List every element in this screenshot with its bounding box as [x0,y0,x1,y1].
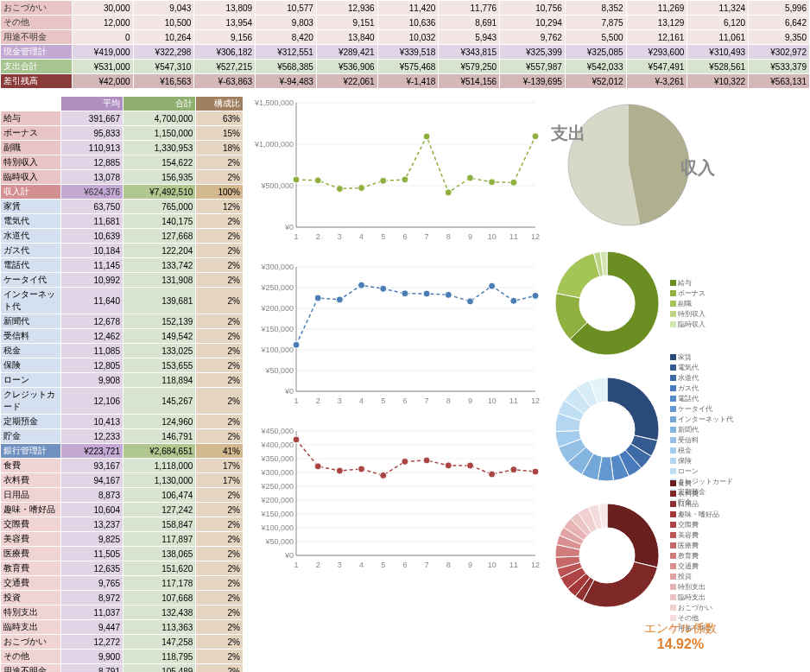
cell-value: 11,776 [439,1,500,16]
cell-value: 151,620 [123,561,195,576]
cell-value: ¥557,987 [500,60,566,74]
svg-point-69 [445,291,452,298]
cell-value: 11,269 [626,1,687,16]
row-label: 税金 [1,344,61,358]
cell-value: 9,765 [61,576,123,591]
cell-value: 8,691 [439,16,500,30]
cell-value: 8,420 [256,30,317,45]
svg-text:¥500,000: ¥500,000 [260,181,294,190]
cell-value: 100% [196,185,244,200]
row-label: 新聞代 [1,314,61,329]
cell-value: 93,167 [61,459,123,473]
cell-value: 12,000 [72,16,133,30]
cell-value: 5,500 [565,30,626,45]
row-label: 支出合計 [1,60,73,74]
cell-value: ¥624,376 [61,185,123,200]
cell-value: 2% [196,650,244,664]
cell-value: 2% [196,314,244,329]
cell-value: 2% [196,344,244,358]
cell-value: 63,750 [61,200,123,214]
svg-point-33 [532,133,539,140]
cell-value: 2% [196,635,244,650]
cell-value: 0 [72,30,133,45]
cell-value: 154,622 [123,155,195,170]
cell-value: 156,935 [123,170,195,185]
legend-item: 投資 [670,572,719,581]
cell-value: 158,847 [123,517,195,532]
cell-value: 2% [196,576,244,591]
legend-item: 日用品 [670,499,719,509]
legend-item: 電気代 [670,363,733,372]
svg-text:¥250,000: ¥250,000 [260,283,294,292]
cell-value: ¥-63,863 [194,74,256,89]
cell-value: 10,992 [61,273,123,288]
svg-text:2: 2 [316,396,320,405]
cell-value: 2% [196,388,244,415]
row-label: クレジットカード [1,388,61,415]
svg-text:1: 1 [294,561,298,569]
legend-item: ケータイ代 [670,404,733,414]
svg-text:1: 1 [294,396,298,405]
cell-value: ¥310,493 [687,45,749,60]
line-chart-2: ¥0¥50,000¥100,000¥150,000¥200,000¥250,00… [249,424,542,571]
cell-value: 12,161 [626,30,687,45]
legend-item: 臨時収入 [670,320,706,329]
svg-text:8: 8 [446,396,451,405]
cell-value: ¥514,156 [439,74,500,89]
svg-text:¥350,000: ¥350,000 [260,454,294,463]
svg-text:9: 9 [468,232,472,241]
svg-text:¥1,500,000: ¥1,500,000 [254,98,294,107]
cell-value: 1,150,000 [123,126,195,141]
cell-value: ¥22,061 [316,74,377,89]
row-label: インターネット代 [1,288,61,314]
cell-value: 118,795 [123,650,195,664]
row-label: 電気代 [1,214,61,229]
engel-coefficient: エンゲル係数 14.92% [551,621,810,652]
cell-value: 9,825 [61,532,123,547]
cell-value: 10,577 [256,1,317,16]
cell-value: 2% [196,429,244,444]
donut-legend: 食費衣料費日用品趣味・嗜好品交際費美容費医療費教育費交通費投資特別支出臨時支出お… [663,478,719,634]
row-label: 特別収入 [1,155,61,170]
row-label: 臨時支出 [1,620,61,635]
row-label: ローン [1,373,61,388]
cell-value: 2% [196,547,244,561]
cell-value: 133,025 [123,344,195,358]
row-label: 美容費 [1,532,61,547]
cell-value: 2% [196,155,244,170]
svg-text:¥100,000: ¥100,000 [260,346,294,354]
engel-value: 14.92% [551,637,810,652]
legend-item: 水道代 [670,373,733,383]
cell-value: ¥536,906 [316,60,377,74]
svg-text:8: 8 [446,561,451,569]
row-label: 副職 [1,141,61,155]
cell-value: 9,151 [316,16,377,30]
svg-point-116 [466,462,473,469]
cell-value: ¥568,385 [256,60,317,74]
cell-value: 13,809 [194,1,256,16]
legend-item: 趣味・嗜好品 [670,510,719,519]
row-label: その他 [1,650,61,664]
svg-text:5: 5 [381,561,385,569]
cell-value: 10,639 [61,229,123,244]
row-label: 医療費 [1,547,61,561]
svg-point-72 [510,297,517,304]
cell-value: 11,085 [61,344,123,358]
cell-value: ¥7,492,510 [123,185,195,200]
row-label: おこづかい [1,635,61,650]
row-label: 交際費 [1,517,61,532]
row-label: 電話代 [1,258,61,273]
row-label: ボーナス [1,126,61,141]
cell-value: 118,894 [123,373,195,388]
cell-value: 2% [196,517,244,532]
svg-text:¥50,000: ¥50,000 [264,537,294,546]
svg-text:¥200,000: ¥200,000 [260,496,294,504]
cell-value: 17% [196,459,244,473]
legend-item: 給与 [670,278,706,288]
cell-value: 12,936 [316,1,377,16]
svg-text:4: 4 [359,232,364,241]
cell-value: 2% [196,591,244,605]
cell-value: 9,447 [61,620,123,635]
cell-value: 13,840 [316,30,377,45]
line-chart-1: ¥0¥50,000¥100,000¥150,000¥200,000¥250,00… [249,260,542,407]
